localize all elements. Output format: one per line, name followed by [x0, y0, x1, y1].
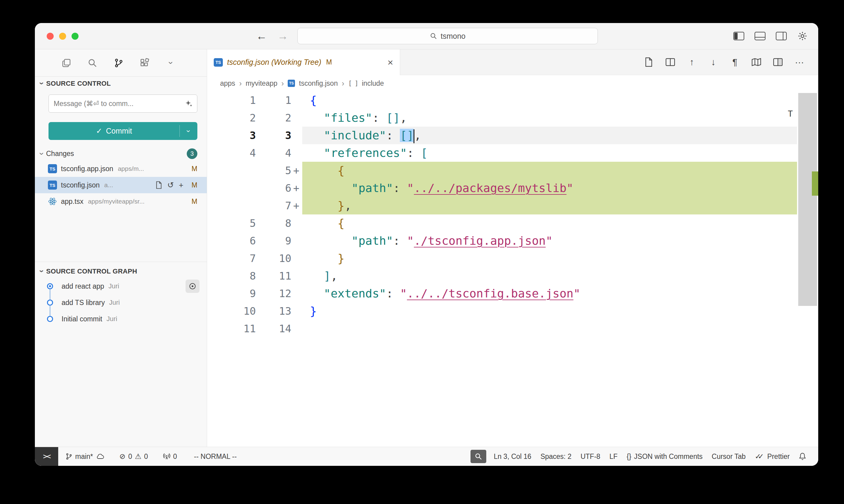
extensions-icon[interactable] [138, 56, 151, 70]
formatter-text: Prettier [767, 452, 790, 461]
discard-changes-icon[interactable]: ↺ [167, 181, 174, 190]
maximize-window-button[interactable] [71, 33, 79, 40]
source-control-graph-header[interactable]: › SOURCE CONTROL GRAPH [35, 262, 207, 278]
source-control-icon[interactable] [112, 56, 125, 70]
command-center-search[interactable]: tsmono [297, 28, 598, 44]
ports-status-item[interactable]: 0 [158, 447, 182, 466]
scrollbar-thumb[interactable] [798, 93, 817, 306]
typescript-icon: TS [48, 164, 57, 173]
breadcrumb-item[interactable]: tsconfig.json [299, 79, 338, 88]
path-link[interactable]: ../../packages/mytslib [414, 181, 566, 195]
code-line[interactable]: 11{ [207, 91, 797, 109]
cursor-position-item[interactable]: Ln 3, Col 16 [489, 447, 536, 466]
titlebar: ← → tsmono [35, 23, 818, 49]
code-line[interactable]: 44 "references": [ [207, 144, 797, 162]
code-line[interactable]: 22 "files": [], [207, 109, 797, 127]
code-text [302, 320, 797, 337]
code-line[interactable]: 811 ], [207, 267, 797, 285]
react-icon [48, 197, 57, 206]
toggle-panel-icon[interactable] [753, 30, 767, 43]
breadcrumb-item[interactable]: include [362, 79, 384, 88]
commit-graph-row[interactable]: Initial commitJuri [35, 311, 207, 327]
settings-gear-icon[interactable] [796, 30, 809, 43]
open-file-icon[interactable] [155, 181, 162, 189]
indentation-text: Spaces: 2 [540, 452, 571, 461]
language-mode-item[interactable]: {} JSON with Comments [622, 447, 707, 466]
stage-changes-icon[interactable]: + [179, 181, 184, 190]
line-number-old [207, 162, 256, 179]
close-tab-icon[interactable]: × [387, 57, 393, 67]
commit-message-input[interactable] [53, 100, 185, 108]
line-number-old: 8 [207, 267, 256, 285]
code-line[interactable]: 5+ { [207, 162, 797, 179]
code-line[interactable]: 69 "path": "./tsconfig.app.json" [207, 232, 797, 250]
next-change-icon[interactable]: ↓ [708, 57, 719, 68]
compare-editor-icon[interactable] [665, 57, 676, 68]
cursor-tab-text: Cursor Tab [712, 452, 746, 461]
problems-status-item[interactable]: ⊘ 0 ⚠ 0 [115, 447, 153, 466]
head-indicator[interactable] [186, 280, 200, 293]
branch-status-item[interactable]: main* [61, 447, 109, 466]
file-name: tsconfig.json [61, 181, 100, 189]
commit-dropdown-button[interactable]: › [180, 122, 197, 140]
more-actions-icon[interactable]: ··· [794, 57, 805, 68]
code-line[interactable]: 1013} [207, 302, 797, 320]
toggle-whitespace-icon[interactable]: ¶ [729, 57, 740, 68]
line-number-old [207, 197, 256, 214]
navigate-forward-button[interactable]: → [277, 23, 288, 49]
vim-mode-indicator[interactable]: -- NORMAL -- [189, 447, 241, 466]
array-icon: [ ] [348, 80, 358, 87]
encoding-item[interactable]: UTF-8 [576, 447, 605, 466]
tab-bar: TS tsconfig.json (Working Tree) M × ↑ ↓ … [207, 49, 818, 75]
search-sidebar-icon[interactable] [86, 56, 99, 70]
screencast-zoom-indicator[interactable] [470, 450, 486, 463]
scm-file-row[interactable]: TStsconfig.app.jsonapps/m...M [35, 161, 207, 177]
code-line[interactable]: 58 { [207, 214, 797, 232]
commit-graph-row[interactable]: add TS libraryJuri [35, 294, 207, 311]
code-line[interactable]: 6+ "path": "../../packages/mytslib" [207, 179, 797, 197]
split-editor-icon[interactable] [773, 57, 783, 68]
toggle-primary-sidebar-icon[interactable] [732, 30, 745, 43]
scm-file-row[interactable]: app.tsxapps/myviteapp/sr...M [35, 193, 207, 210]
map-icon[interactable] [751, 57, 762, 68]
path-link[interactable]: ./tsconfig.app.json [414, 234, 546, 248]
explorer-icon[interactable] [60, 56, 73, 70]
eol-item[interactable]: LF [605, 447, 622, 466]
path-link[interactable]: ../../tsconfig.base.json [407, 287, 573, 300]
line-number-old: 1 [207, 91, 256, 109]
code-editor[interactable]: 11{22 "files": [],33 "include": [],44 "r… [207, 91, 818, 447]
remote-indicator[interactable]: >< [35, 447, 58, 466]
tab-tsconfig-json[interactable]: TS tsconfig.json (Working Tree) M × [207, 49, 400, 75]
more-views-chevron-icon[interactable]: › [164, 56, 177, 70]
sparkle-icon[interactable] [185, 100, 193, 108]
code-line[interactable]: 7+ }, [207, 197, 797, 214]
changes-section-header[interactable]: › Changes 3 [35, 147, 207, 161]
selection-highlight: [] [400, 129, 414, 142]
code-line[interactable]: 710 } [207, 250, 797, 267]
formatter-item[interactable]: ✓✓ Prettier [750, 447, 794, 466]
window-controls [47, 23, 79, 49]
cursor-tab-item[interactable]: Cursor Tab [707, 447, 750, 466]
open-file-action[interactable] [155, 181, 162, 189]
minimize-window-button[interactable] [59, 33, 66, 40]
notifications-item[interactable] [794, 447, 806, 466]
previous-change-icon[interactable]: ↑ [686, 57, 697, 68]
code-line[interactable]: 1114 [207, 320, 797, 337]
scm-file-row[interactable]: TStsconfig.jsona...↺+M [35, 177, 207, 193]
target-icon [189, 282, 196, 290]
code-line[interactable]: 912 "extends": "../../tsconfig.base.json… [207, 285, 797, 302]
commit-graph-row[interactable]: add react appJuri [35, 278, 207, 294]
open-changes-icon[interactable] [643, 57, 654, 68]
commit-button[interactable]: ✓ Commit › [49, 122, 197, 140]
close-window-button[interactable] [47, 33, 54, 40]
toggle-secondary-sidebar-icon[interactable] [775, 30, 788, 43]
line-number-old: 2 [207, 109, 256, 127]
indentation-item[interactable]: Spaces: 2 [536, 447, 576, 466]
commit-graph-node-icon [35, 294, 62, 311]
code-line[interactable]: 33 "include": [], [207, 127, 797, 144]
source-control-header[interactable]: › SOURCE CONTROL [35, 77, 207, 90]
navigate-back-button[interactable]: ← [256, 23, 267, 49]
modified-badge: M [326, 58, 332, 66]
breadcrumb-item[interactable]: apps [220, 79, 235, 88]
breadcrumb-item[interactable]: myviteapp [245, 79, 277, 88]
